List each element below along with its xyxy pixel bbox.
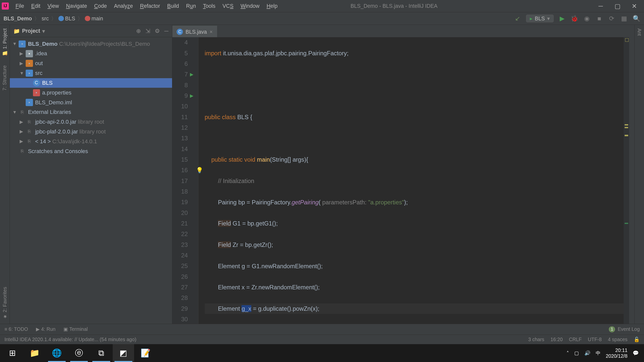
structure-icon[interactable]: ▦ xyxy=(620,15,628,23)
tray-up-icon[interactable]: ˄ xyxy=(567,350,569,356)
menu-build[interactable]: Build xyxy=(164,2,182,10)
ime-indicator[interactable]: 中 xyxy=(596,350,600,356)
hide-icon[interactable]: ─ xyxy=(164,28,168,34)
volume-icon[interactable]: 🔊 xyxy=(584,350,590,356)
status-indent[interactable]: 4 spaces xyxy=(608,337,628,342)
tab-bls-java[interactable]: C BLS.java × xyxy=(172,26,217,37)
status-position[interactable]: 16:20 xyxy=(550,337,563,342)
debug-button[interactable]: 🐞 xyxy=(571,15,579,23)
right-stripe: Ant xyxy=(634,25,644,324)
window-title: BLS_Demo - BLS.java - IntelliJ IDEA xyxy=(192,3,596,9)
intellij-button[interactable]: ◩ xyxy=(113,344,134,362)
project-panel: 📁 Project ▾ ⊕ ⇲ ⚙ ─ ▼▪BLS_Demo C:\Users\… xyxy=(10,25,172,324)
maximize-button[interactable]: ▢ xyxy=(613,3,622,10)
event-count-badge: 1 xyxy=(609,326,615,333)
battery-icon[interactable]: ▢ xyxy=(574,350,579,356)
expand-icon[interactable]: ⇲ xyxy=(145,28,150,34)
notepad-button[interactable]: 📝 xyxy=(135,344,156,362)
start-button[interactable]: ⊞ xyxy=(2,344,23,362)
favorites-tool-button[interactable]: ★ 2: Favorites xyxy=(2,287,8,320)
menu-navigate[interactable]: Navigate xyxy=(63,2,90,10)
code-content[interactable]: import it.unisa.dia.gas.plaf.jpbc.pairin… xyxy=(198,37,624,324)
vscode-button[interactable]: ⧉ xyxy=(91,344,112,362)
project-tool-button[interactable]: 📁 1: Project xyxy=(2,28,8,56)
terminal-tool-button[interactable]: ▣ Terminal xyxy=(63,326,88,332)
menu-edit[interactable]: Edit xyxy=(28,2,44,10)
project-tree[interactable]: ▼▪BLS_Demo C:\Users\hjl\IdeaProjects\BLS… xyxy=(10,37,172,158)
statusbar: IntelliJ IDEA 2020.1.4 available: // Upd… xyxy=(0,335,644,344)
run-config-select[interactable]: ▸BLS ▾ xyxy=(526,15,554,22)
menu-code[interactable]: Code xyxy=(91,2,110,10)
titlebar: IJ File Edit View Navigate Code Analyze … xyxy=(0,0,644,12)
breadcrumb-src[interactable]: src xyxy=(42,16,49,22)
menu-view[interactable]: View xyxy=(44,2,62,10)
notifications-icon[interactable]: 💬 xyxy=(633,350,639,356)
app-icon: IJ xyxy=(2,3,9,10)
editor-area: C BLS.java × 456 7▶ 8 9▶ 101112131415 16… xyxy=(172,25,634,324)
edge-button[interactable]: ⓔ xyxy=(68,344,90,362)
class-icon xyxy=(58,16,64,21)
status-line-ending[interactable]: CRLF xyxy=(569,337,582,342)
breadcrumb-method[interactable]: main xyxy=(92,16,103,22)
menu-refactor[interactable]: Refactor xyxy=(137,2,163,10)
taskbar: ⊞ 📁 🌐 ⓔ ⧉ ◩ 📝 ˄ ▢ 🔊 中 20:11 2020/12/8 💬 xyxy=(0,344,644,362)
event-log-button[interactable]: Event Log xyxy=(618,326,640,332)
error-stripe[interactable] xyxy=(624,37,629,324)
project-panel-title[interactable]: 📁 Project ▾ xyxy=(13,28,45,34)
lock-icon[interactable]: 🔓 xyxy=(634,337,640,342)
ant-tool-button[interactable]: Ant xyxy=(636,28,642,36)
todo-tool-button[interactable]: ≡ 6: TODO xyxy=(5,326,28,332)
coverage-button[interactable]: ◉ xyxy=(583,15,591,23)
run-gutter-icon[interactable]: ▶ xyxy=(190,69,193,80)
explorer-button[interactable]: 📁 xyxy=(24,344,45,362)
class-icon: C xyxy=(177,29,183,35)
locate-icon[interactable]: ⊕ xyxy=(136,28,141,34)
run-gutter-icon[interactable]: ▶ xyxy=(190,90,193,101)
breadcrumb-class[interactable]: BLS xyxy=(65,16,75,22)
close-tab-icon[interactable]: × xyxy=(210,29,213,35)
tab-label: BLS.java xyxy=(186,29,207,35)
run-button[interactable]: ▶ xyxy=(558,15,566,23)
chrome-button[interactable]: 🌐 xyxy=(46,344,67,362)
gutter: 456 7▶ 8 9▶ 101112131415 16💡 17181920212… xyxy=(172,37,192,324)
settings-icon[interactable]: ⚙ xyxy=(155,28,160,34)
status-encoding[interactable]: UTF-8 xyxy=(588,337,602,342)
menu-file[interactable]: File xyxy=(12,2,27,10)
left-stripe: 📁 1: Project 7: Structure ★ 2: Favorites xyxy=(0,25,10,324)
breadcrumb[interactable]: BLS_Demo 〉 src 〉 BLS 〉 main xyxy=(4,15,103,22)
minimize-button[interactable]: ─ xyxy=(596,3,605,10)
structure-tool-button[interactable]: 7: Structure xyxy=(2,65,8,90)
stop-button[interactable]: ■ xyxy=(595,15,603,23)
bottom-toolbar: ≡ 6: TODO ▶ 4: Run ▣ Terminal 1 Event Lo… xyxy=(0,324,644,334)
tree-item-bls[interactable]: CBLS xyxy=(10,78,172,88)
navigation-bar: BLS_Demo 〉 src 〉 BLS 〉 main ↙ ▸BLS ▾ ▶ 🐞… xyxy=(0,12,644,25)
breadcrumb-project[interactable]: BLS_Demo xyxy=(4,16,32,22)
run-tool-button[interactable]: ▶ 4: Run xyxy=(36,326,56,332)
status-chars: 3 chars xyxy=(528,337,544,342)
clock[interactable]: 20:11 2020/12/8 xyxy=(606,347,627,359)
close-button[interactable]: ✕ xyxy=(630,3,639,10)
menu-analyze[interactable]: Analyze xyxy=(111,2,136,10)
search-everywhere-icon[interactable]: 🔍 xyxy=(633,15,641,23)
scrollbar[interactable] xyxy=(629,37,634,324)
back-icon[interactable]: ↙ xyxy=(514,15,522,23)
method-icon xyxy=(85,16,90,21)
update-button[interactable]: ⟳ xyxy=(608,15,616,23)
status-message[interactable]: IntelliJ IDEA 2020.1.4 available: // Upd… xyxy=(5,337,136,342)
code-editor[interactable]: 456 7▶ 8 9▶ 101112131415 16💡 17181920212… xyxy=(172,37,634,324)
